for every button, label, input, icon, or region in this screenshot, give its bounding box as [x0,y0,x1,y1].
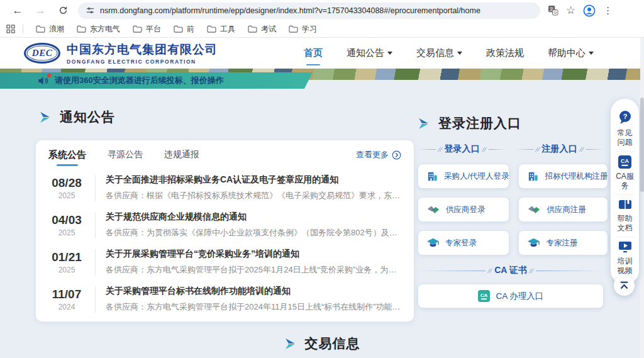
bookmarks-separator [23,25,23,33]
login-entry-header: 登录入口 [418,143,506,155]
svg-text:G: G [553,10,557,15]
collapse-sidebar-button[interactable] [614,275,635,296]
login-panel: 登录入口 注册入口 采购人/代理人登录 招标代理机构注册 供应商登录 供应商注册 [418,143,604,308]
folder-icon [77,25,86,33]
nav-home[interactable]: 首页 [304,43,323,63]
purchaser-agent-login-button[interactable]: 采购人/代理人登录 [418,164,509,189]
decor-slashes [489,269,491,273]
folder-icon [133,25,142,33]
handshake-icon [426,205,440,215]
training-videos-item[interactable]: 培训视频 [616,237,635,279]
back-button[interactable]: ← [9,2,26,20]
book-icon [618,199,632,211]
notice-date: 04/03 2025 [48,213,85,237]
menu-dots-icon[interactable]: ⋮ [603,5,613,16]
notice-row[interactable]: 01/21 2025 关于开展采购管理平台“竞价采购业务”培训的通知 各供应商：… [48,243,401,281]
chevron-down-icon [457,52,462,55]
bookmark-folder[interactable]: 学习 [284,23,322,36]
page-scrollbar[interactable] [640,38,644,358]
decor-slashes [536,147,539,152]
tab-violation-reports[interactable]: 违规通报 [164,142,199,168]
profile-avatar-icon[interactable] [583,4,596,17]
translate-icon[interactable]: 文G [548,5,558,16]
folder-icon [36,25,45,33]
chevron-down-icon [387,52,392,55]
site-header: DEC 中国东方电气集团有限公司 DONGFANG ELECTRIC CORPO… [0,38,644,69]
notice-title[interactable]: 关于开展采购管理平台“竞价采购业务”培训的通知 [106,249,401,260]
section-arrow-icon [284,338,296,349]
tab-system-notices[interactable]: 系统公告 [48,142,86,169]
site-settings-icon[interactable] [86,6,95,15]
section-title: 登录注册入口 [438,115,521,132]
register-entry-header: 注册入口 [515,143,604,155]
folder-icon [174,25,183,33]
notice-title[interactable]: 关于采购管理平台标书在线制作功能培训的通知 [106,286,401,297]
section-arrow-icon [39,112,51,123]
notices-tabs: 系统公告 寻源公告 违规通报 查看更多 [48,140,401,169]
ca-badge-icon: CA [618,155,631,169]
folder-icon [248,25,257,33]
dec-logo-oval: DEC [24,43,60,64]
notice-desc: 各供应商：根据《电子招标投标系统技术规范》《电子采购交易规范》要求，东方电气采购… [106,190,401,201]
tab-sourcing-notices[interactable]: 寻源公告 [108,142,143,168]
ca-badge-icon: CA [478,290,490,302]
bookmark-folder[interactable]: 前 [169,23,199,36]
decor-slashes [439,147,441,152]
folder-icon [207,25,216,33]
notices-card: 系统公告 寻源公告 违规通报 查看更多 08/28 2025 关于全面推进非招标… [36,140,414,322]
expert-register-button[interactable]: 专家注册 [518,230,608,255]
decor-slashes [530,269,533,273]
notice-desc: 各供应商：东方电气采购管理平台拟于2024年11月15日上线“标书在线制作”功能… [106,301,401,313]
decor-line [418,271,486,271]
nav-help-center[interactable]: 帮助中心 [548,43,594,63]
address-bar[interactable]: nsrm.dongfang.com/platform/runtime/epp/d… [78,3,540,19]
bookmark-folder[interactable]: 浪潮 [31,23,69,36]
faq-item[interactable]: ? 常见问题 [616,106,635,151]
notice-title[interactable]: 关于全面推进非招标采购业务CA认证及电子签章应用的通知 [106,174,401,186]
notification-dot [47,74,51,77]
bookmark-folder[interactable]: 考试 [243,23,281,36]
ca-service-item[interactable]: CA CA服务 [616,151,635,194]
bookmark-star-icon[interactable]: ☆ [566,4,575,17]
notice-row[interactable]: 04/03 2025 关于规范供应商企业规模信息的通知 各供应商：为贯彻落实《保… [48,206,401,243]
scrollbar-thumb[interactable] [640,98,644,192]
notice-date: 01/21 2025 [48,250,85,274]
bookmark-folder[interactable]: 工具 [202,23,240,36]
graduation-cap-icon [426,238,440,248]
main-nav: 首页 通知公告 交易信息 政策法规 帮助中心 [304,43,594,63]
view-more-link[interactable]: 查看更多 [356,149,401,160]
notice-title[interactable]: 关于规范供应商企业规模信息的通知 [106,211,401,223]
company-logo[interactable]: DEC 中国东方电气集团有限公司 DONGFANG ELECTRIC CORPO… [24,42,218,65]
nav-policies[interactable]: 政策法规 [486,43,524,63]
floating-help-sidebar: ? 常见问题 CA CA服务 帮助文档 培训视频 [611,99,639,284]
expert-login-button[interactable]: 专家登录 [418,230,509,255]
bookmark-folder[interactable]: 东方电气 [72,23,125,36]
notice-row[interactable]: 08/28 2025 关于全面推进非招标采购业务CA认证及电子签章应用的通知 各… [48,169,401,206]
bidding-agency-register-button[interactable]: 招标代理机构注册 [518,164,608,189]
chevron-down-icon [589,52,594,55]
svg-text:CA: CA [621,158,629,164]
supplier-register-button[interactable]: 供应商注册 [518,197,608,222]
divider [95,212,96,238]
building-icon [426,171,438,182]
section-arrow-icon [418,118,430,129]
help-docs-item[interactable]: 帮助文档 [616,194,635,237]
nav-transactions[interactable]: 交易信息 [416,43,462,63]
announcement-banner: 请使用360安全浏览器进行后续投标、报价操作 [0,72,313,89]
notice-row[interactable]: 11/07 2024 关于采购管理平台标书在线制作功能培训的通知 各供应商：东方… [48,281,401,318]
announcement-text: 请使用360安全浏览器进行后续投标、报价操作 [55,75,224,86]
nav-notices[interactable]: 通知公告 [347,43,392,63]
apps-grid-icon[interactable] [6,25,15,33]
browser-toolbar: ← → nsrm.dongfang.com/platform/runtime/e… [0,0,644,21]
forward-button[interactable]: → [31,2,49,20]
decor-slashes [483,147,486,152]
url-text[interactable]: nsrm.dongfang.com/platform/runtime/epp/d… [100,6,480,15]
svg-text:?: ? [623,113,627,120]
decor-line [489,149,507,150]
reload-button[interactable] [54,2,72,20]
company-name-cn: 中国东方电气集团有限公司 [67,42,218,58]
ca-apply-button[interactable]: CA CA 办理入口 [418,284,604,308]
bookmark-folder[interactable]: 平台 [128,23,166,36]
supplier-login-button[interactable]: 供应商登录 [418,197,509,222]
divider [95,175,96,201]
